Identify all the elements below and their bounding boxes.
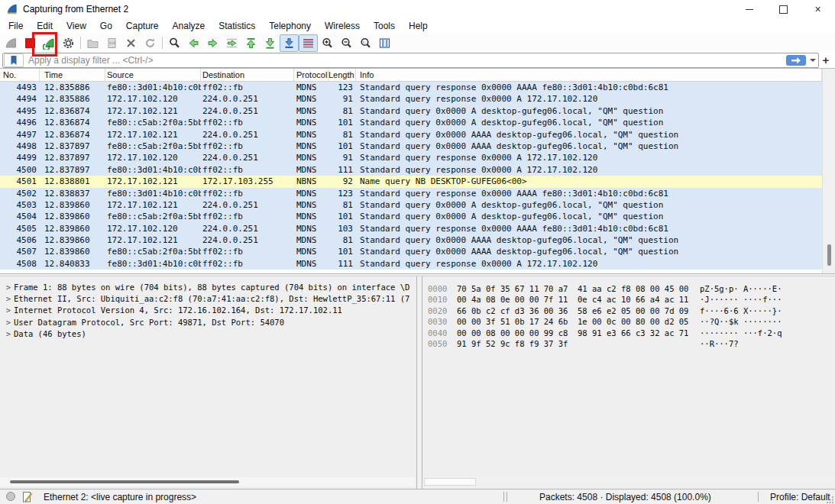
- packet-list-vertical-scrollbar[interactable]: [822, 69, 835, 273]
- go-to-packet-button[interactable]: [222, 34, 241, 52]
- scrollbar-thumb[interactable]: [424, 478, 476, 486]
- auto-scroll-toggle[interactable]: [280, 34, 299, 52]
- packet-row[interactable]: 450112.838801172.17.102.121172.17.103.25…: [0, 176, 822, 187]
- go-back-button[interactable]: [184, 34, 203, 52]
- cell-protocol: MDNS: [294, 82, 328, 93]
- menu-tools[interactable]: Tools: [367, 19, 402, 33]
- menu-wireless[interactable]: Wireless: [318, 19, 367, 33]
- resize-columns-button[interactable]: [375, 34, 394, 52]
- expert-info-icon[interactable]: [6, 492, 15, 501]
- colorize-toggle[interactable]: [299, 34, 318, 52]
- chevron-right-icon[interactable]: >: [3, 293, 14, 305]
- detail-tree-item[interactable]: >Frame 1: 88 bytes on wire (704 bits), 8…: [0, 282, 416, 293]
- column-header-destination[interactable]: Destination: [201, 69, 294, 81]
- chevron-right-icon[interactable]: >: [3, 317, 14, 328]
- column-header-protocol[interactable]: Protocol: [294, 69, 328, 81]
- chevron-right-icon[interactable]: >: [3, 328, 14, 340]
- menu-analyze[interactable]: Analyze: [166, 19, 212, 33]
- resize-grip[interactable]: [827, 496, 834, 503]
- column-header-length[interactable]: Length: [328, 69, 356, 81]
- go-forward-button[interactable]: [203, 34, 222, 52]
- hex-row[interactable]: 000070 5a 0f 35 67 11 70 a7 41 aa c2 f8 …: [422, 283, 835, 294]
- menu-capture[interactable]: Capture: [119, 19, 166, 33]
- go-last-button[interactable]: [261, 34, 280, 52]
- menu-telephony[interactable]: Telephony: [262, 19, 318, 33]
- cell-destination: ff02::fb: [201, 211, 294, 222]
- zoom-reset-button[interactable]: 1:1: [356, 34, 375, 52]
- statusbar-separator: [758, 492, 759, 502]
- cell-length: 81: [328, 129, 356, 141]
- start-capture-button[interactable]: [2, 34, 21, 52]
- packet-row[interactable]: 450412.839860fe80::c5ab:2f0a:5bb…ff02::f…: [0, 211, 822, 222]
- profile-text[interactable]: Profile: Default: [770, 492, 830, 502]
- packet-row[interactable]: 450512.839860172.17.102.120224.0.0.251MD…: [0, 223, 822, 234]
- chevron-right-icon[interactable]: >: [3, 282, 14, 293]
- hex-row[interactable]: 002066 0b c2 cf d3 36 00 36 58 e6 e2 05 …: [422, 305, 835, 316]
- capture-options-button[interactable]: [59, 34, 78, 52]
- packet-row[interactable]: 450712.839860fe80::c5ab:2f0a:5bb…ff02::f…: [0, 246, 822, 257]
- menu-edit[interactable]: Edit: [30, 19, 60, 33]
- packet-row[interactable]: 449612.836874fe80::c5ab:2f0a:5bb…ff02::f…: [0, 117, 822, 128]
- details-horizontal-scrollbar[interactable]: [0, 477, 415, 486]
- column-header-no[interactable]: No.: [0, 69, 40, 81]
- cell-info: Standard query response 0x0000 A 172.17.…: [356, 258, 822, 270]
- menu-file[interactable]: File: [2, 19, 30, 33]
- cell-length: 111: [328, 258, 356, 270]
- cell-destination: ff02::fb: [201, 82, 294, 93]
- hex-row[interactable]: 003000 00 3f 51 0b 17 24 6b 1e 00 0c 00 …: [422, 316, 835, 327]
- cell-info: Standard query 0x0000 A desktop-gufeg06.…: [356, 199, 822, 211]
- packet-detail-lines: >Frame 1: 88 bytes on wire (704 bits), 8…: [0, 276, 416, 340]
- packet-row[interactable]: 450812.840833fe80::3d01:4b10:c0b…ff02::f…: [0, 258, 822, 270]
- bytes-horizontal-scrollbar[interactable]: [422, 477, 835, 486]
- packet-row[interactable]: 449412.835886172.17.102.120224.0.0.251MD…: [0, 93, 822, 105]
- packet-row[interactable]: 450212.838837fe80::3d01:4b10:c0b…ff02::f…: [0, 188, 822, 199]
- packet-row[interactable]: 450312.839860172.17.102.121224.0.0.251MD…: [0, 199, 822, 211]
- menu-go[interactable]: Go: [93, 19, 119, 33]
- detail-tree-item[interactable]: >Internet Protocol Version 4, Src: 172.1…: [0, 305, 416, 316]
- save-file-button[interactable]: 010: [102, 34, 121, 52]
- packet-row[interactable]: 449512.836874172.17.102.121224.0.0.251MD…: [0, 105, 822, 117]
- packet-row[interactable]: 449812.837897fe80::c5ab:2f0a:5bb…ff02::f…: [0, 141, 822, 152]
- hex-row[interactable]: 005091 9f 52 9c f8 f9 37 3f··R···7?: [422, 338, 835, 349]
- menu-help[interactable]: Help: [402, 19, 435, 33]
- column-header-source[interactable]: Source: [105, 69, 201, 81]
- hex-row[interactable]: 004000 00 08 00 00 00 99 c8 98 91 e3 66 …: [422, 328, 835, 338]
- packet-row[interactable]: 450612.839860172.17.102.121224.0.0.251MD…: [0, 234, 822, 246]
- open-file-button[interactable]: [83, 34, 102, 52]
- detail-tree-item[interactable]: >User Datagram Protocol, Src Port: 49871…: [0, 317, 416, 328]
- display-filter-input[interactable]: [24, 55, 786, 66]
- column-header-time[interactable]: Time: [40, 69, 105, 81]
- packet-row[interactable]: 449312.835886fe80::3d01:4b10:c0b…ff02::f…: [0, 82, 822, 93]
- detail-tree-item[interactable]: >Data (46 bytes): [0, 328, 416, 340]
- menu-statistics[interactable]: Statistics: [212, 19, 262, 33]
- find-packet-button[interactable]: [165, 34, 184, 52]
- detail-tree-item[interactable]: >Ethernet II, Src: Ubiquiti_aa:c2:f8 (70…: [0, 293, 416, 305]
- pane-divider[interactable]: [416, 276, 422, 489]
- maximize-button[interactable]: [766, 0, 801, 18]
- reload-file-button[interactable]: [141, 34, 160, 52]
- scrollbar-thumb[interactable]: [827, 244, 831, 266]
- close-button[interactable]: ×: [801, 0, 835, 18]
- filter-bookmark-button[interactable]: [4, 53, 24, 67]
- go-first-button[interactable]: [241, 34, 261, 52]
- capture-comment-icon[interactable]: [21, 491, 34, 503]
- scrollbar-thumb[interactable]: [10, 480, 239, 483]
- chevron-right-icon[interactable]: >: [3, 305, 14, 316]
- filter-dropdown-button[interactable]: [807, 54, 818, 66]
- column-header-info[interactable]: Info: [356, 69, 822, 81]
- packet-row[interactable]: 450012.837897fe80::3d01:4b10:c0b…ff02::f…: [0, 164, 822, 176]
- packet-row[interactable]: 449712.836874172.17.102.121224.0.0.251MD…: [0, 129, 822, 141]
- add-filter-button[interactable]: +: [819, 53, 833, 67]
- menu-view[interactable]: View: [60, 19, 93, 33]
- zoom-in-button[interactable]: [318, 34, 337, 52]
- minimize-button[interactable]: [732, 0, 766, 18]
- zoom-out-button[interactable]: [337, 34, 356, 52]
- bookmark-icon: [9, 55, 18, 66]
- stop-capture-button[interactable]: [21, 34, 40, 52]
- close-file-button[interactable]: [121, 34, 141, 52]
- cell-destination: ff02::fb: [201, 258, 294, 270]
- apply-filter-button[interactable]: [786, 55, 806, 66]
- packet-row[interactable]: 449912.837897172.17.102.120224.0.0.251MD…: [0, 152, 822, 163]
- hex-row[interactable]: 001000 4a 08 0e 00 00 7f 11 0e c4 ac 10 …: [422, 294, 835, 305]
- restart-capture-button[interactable]: [40, 34, 59, 52]
